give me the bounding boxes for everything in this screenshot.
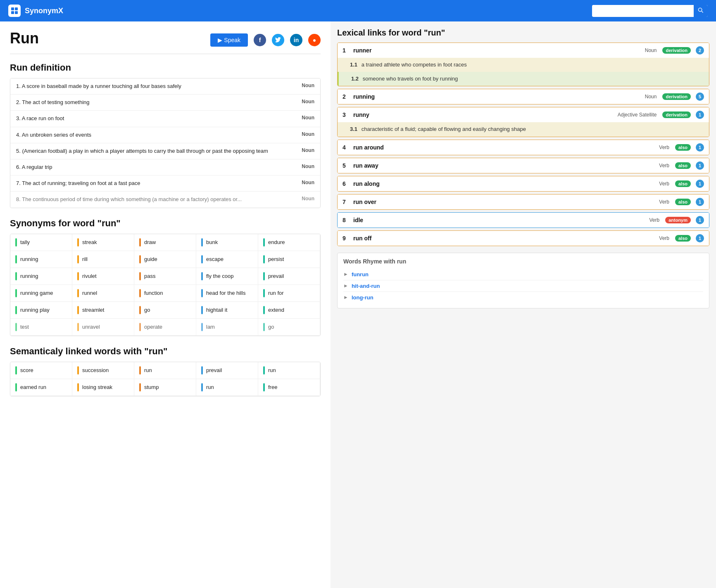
syn-bar bbox=[263, 238, 265, 247]
sem-free[interactable]: free bbox=[258, 379, 320, 396]
syn-streamlet[interactable]: streamlet bbox=[72, 302, 134, 319]
sem-run-2[interactable]: run bbox=[258, 362, 320, 379]
def-text-8: 8. The continuous period of time during … bbox=[16, 196, 297, 203]
syn-persist[interactable]: persist bbox=[258, 251, 320, 268]
search-input[interactable] bbox=[592, 5, 694, 17]
main-layout: Run ▶ Speak f in ● Run definition 1. A s… bbox=[0, 21, 716, 588]
def-row-1: 1. A score in baseball made by a runner … bbox=[10, 78, 320, 95]
facebook-icon[interactable]: f bbox=[254, 34, 266, 46]
syn-runnel[interactable]: runnel bbox=[72, 285, 134, 302]
lex-pos-runny: Adjective Satellite bbox=[618, 112, 657, 118]
syn-operate[interactable]: operate bbox=[134, 319, 196, 336]
syn-running-play[interactable]: running play bbox=[10, 302, 72, 319]
def-row-8: 8. The continuous period of time during … bbox=[10, 192, 320, 207]
syn-bar bbox=[263, 383, 265, 391]
left-panel: Run ▶ Speak f in ● Run definition 1. A s… bbox=[0, 21, 331, 588]
sem-succession[interactable]: succession bbox=[72, 362, 134, 379]
syn-bunk[interactable]: bunk bbox=[196, 234, 258, 251]
syn-bar bbox=[77, 383, 79, 391]
syn-running-2[interactable]: running bbox=[10, 268, 72, 285]
lex-pos-runner: Noun bbox=[645, 47, 657, 53]
lex-badge-running: derivation bbox=[662, 93, 691, 100]
lex-num-9: 9 bbox=[343, 235, 350, 242]
syn-lam[interactable]: lam bbox=[196, 319, 258, 336]
syn-go[interactable]: go bbox=[134, 302, 196, 319]
lex-sub-num-1-2: 1.2 bbox=[351, 76, 359, 82]
syn-head-for-hills[interactable]: head for the hills bbox=[196, 285, 258, 302]
syn-rivulet[interactable]: rivulet bbox=[72, 268, 134, 285]
syn-running-game[interactable]: running game bbox=[10, 285, 72, 302]
lexical-header-runny[interactable]: 3 runny Adjective Satellite derivation 1 bbox=[338, 107, 709, 122]
lexical-header-run-along[interactable]: 6 run along Verb also 1 bbox=[338, 176, 709, 191]
synonyms-grid-container: tally streak draw bunk endure running ri… bbox=[10, 234, 321, 336]
syn-hightail-it[interactable]: hightail it bbox=[196, 302, 258, 319]
syn-go-2[interactable]: go bbox=[258, 319, 320, 336]
syn-guide[interactable]: guide bbox=[134, 251, 196, 268]
rhyme-long-run[interactable]: ► long-run bbox=[343, 292, 703, 303]
syn-escape[interactable]: escape bbox=[196, 251, 258, 268]
syn-extend[interactable]: extend bbox=[258, 302, 320, 319]
lexical-header-run-around[interactable]: 4 run around Verb also 1 bbox=[338, 140, 709, 155]
syn-prevail[interactable]: prevail bbox=[258, 268, 320, 285]
syn-running-1[interactable]: running bbox=[10, 251, 72, 268]
syn-function[interactable]: function bbox=[134, 285, 196, 302]
definitions-title: Run definition bbox=[10, 62, 321, 73]
twitter-icon[interactable] bbox=[272, 34, 284, 46]
sem-earned-run[interactable]: earned run bbox=[10, 379, 72, 396]
syn-tally[interactable]: tally bbox=[10, 234, 72, 251]
syn-run-for[interactable]: run for bbox=[258, 285, 320, 302]
lexical-header-run-over[interactable]: 7 run over Verb also 1 bbox=[338, 194, 709, 209]
sem-run[interactable]: run bbox=[134, 362, 196, 379]
syn-bar bbox=[201, 238, 203, 247]
linkedin-icon[interactable]: in bbox=[290, 34, 302, 46]
def-text-4: 4. An unbroken series of events bbox=[16, 131, 297, 139]
syn-bar bbox=[139, 289, 141, 297]
logo[interactable]: SynonymX bbox=[8, 5, 63, 17]
syn-draw[interactable]: draw bbox=[134, 234, 196, 251]
syn-bar bbox=[139, 255, 141, 263]
rhyme-hit-and-run[interactable]: ► hit-and-run bbox=[343, 280, 703, 292]
sem-losing-streak[interactable]: losing streak bbox=[72, 379, 134, 396]
lex-badge-run-off: also bbox=[675, 235, 691, 242]
lexical-header-run-off[interactable]: 9 run off Verb also 1 bbox=[338, 231, 709, 246]
sem-run-3[interactable]: run bbox=[196, 379, 258, 396]
lexical-header-runner[interactable]: 1 runner Noun derivation 2 bbox=[338, 43, 709, 58]
syn-test[interactable]: test bbox=[10, 319, 72, 336]
definitions-box: 1. A score in baseball made by a runner … bbox=[10, 78, 321, 208]
speak-button[interactable]: ▶ Speak bbox=[210, 33, 248, 47]
rhyme-word-funrun: funrun bbox=[352, 271, 369, 277]
lexical-header-idle[interactable]: 8 idle Verb antonym 1 bbox=[338, 213, 709, 228]
rhyme-funrun[interactable]: ► funrun bbox=[343, 269, 703, 280]
syn-unravel[interactable]: unravel bbox=[72, 319, 134, 336]
search-button[interactable] bbox=[694, 5, 708, 17]
semantic-section: Semanticaly linked words with "run" scor… bbox=[10, 346, 321, 396]
reddit-icon[interactable]: ● bbox=[308, 34, 321, 46]
svg-rect-0 bbox=[11, 7, 14, 10]
syn-bar bbox=[201, 366, 203, 375]
lexical-header-run-away[interactable]: 5 run away Verb also 1 bbox=[338, 158, 709, 173]
lex-count-runny: 1 bbox=[696, 111, 704, 119]
syn-endure[interactable]: endure bbox=[258, 234, 320, 251]
syn-streak[interactable]: streak bbox=[72, 234, 134, 251]
syn-bar bbox=[15, 272, 17, 280]
lex-badge-idle: antonym bbox=[665, 217, 691, 223]
syn-bar bbox=[139, 323, 141, 331]
speak-label: ▶ Speak bbox=[218, 37, 240, 43]
def-pos-1: Noun bbox=[302, 83, 314, 88]
syn-bar bbox=[15, 366, 17, 375]
syn-fly-the-coop[interactable]: fly the coop bbox=[196, 268, 258, 285]
lex-count-run-away: 1 bbox=[696, 161, 704, 170]
sem-prevail[interactable]: prevail bbox=[196, 362, 258, 379]
syn-rill[interactable]: rill bbox=[72, 251, 134, 268]
syn-pass[interactable]: pass bbox=[134, 268, 196, 285]
lex-pos-run-over: Verb bbox=[659, 199, 669, 205]
lex-badge-runny: derivation bbox=[662, 111, 691, 118]
sem-stump[interactable]: stump bbox=[134, 379, 196, 396]
sem-score[interactable]: score bbox=[10, 362, 72, 379]
lexical-item-idle: 8 idle Verb antonym 1 bbox=[337, 212, 709, 228]
lexical-title: Lexical links for word "run" bbox=[337, 28, 709, 38]
lexical-header-running[interactable]: 2 running Noun derivation 5 bbox=[338, 89, 709, 104]
lex-sub-3-1: 3.1 characteristic of a fluid; capable o… bbox=[338, 122, 709, 136]
right-panel: Lexical links for word "run" 1 runner No… bbox=[331, 21, 716, 588]
svg-rect-2 bbox=[11, 11, 14, 14]
